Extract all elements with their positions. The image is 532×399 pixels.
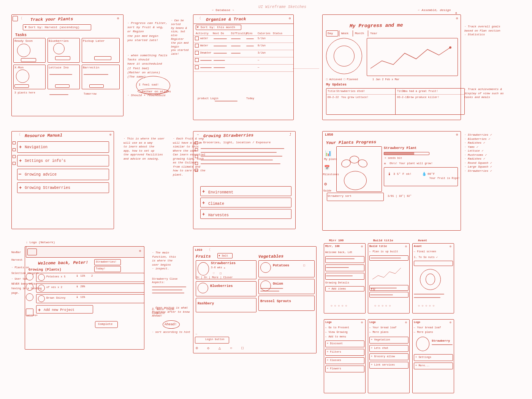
back-arrow-icon[interactable]: 〈	[19, 17, 22, 21]
resource-back[interactable]: 〈	[17, 133, 21, 138]
date-sort: 3/01 | 10°| 02°	[388, 195, 412, 198]
svg-point-0	[449, 46, 451, 49]
check-2[interactable]	[195, 44, 199, 48]
mobile-1-welcome: Welcome back, Ldt	[325, 251, 352, 254]
strawberry-sort-label: Strawberry sort	[328, 195, 352, 198]
grow-check-2[interactable]	[195, 148, 198, 151]
nav-label-harvest: Harvest	[11, 258, 22, 262]
update-date-2b: 03-2-11	[397, 96, 408, 99]
progress-bar-label: > seeds bit	[385, 157, 402, 160]
row4-activity	[200, 60, 212, 61]
mobile-1-item1[interactable]	[325, 256, 364, 263]
tab-sep2	[353, 30, 353, 36]
water-drop-icon: 💧	[422, 172, 426, 177]
check-5[interactable]	[195, 65, 199, 69]
mobile-1-item2[interactable]	[325, 264, 364, 271]
col-next-do: Next Do	[213, 32, 224, 35]
mobile-5-label3: + Grocery allow	[371, 355, 395, 358]
plant-name-1: Ready Soon	[14, 39, 33, 43]
fruits-nav-icon-3[interactable]: △	[218, 346, 221, 351]
table-header-line	[194, 24, 293, 24]
mobile-6-sub: ← More plans	[414, 331, 433, 334]
nav-label-plants: · Plants on	[11, 266, 29, 269]
gear-icon-plant: ⚙	[324, 182, 327, 188]
fruit-icon-heart[interactable]: ♡	[213, 272, 215, 276]
nav-expand-icon[interactable]: +	[19, 145, 22, 150]
settings-expand-icon[interactable]: +	[19, 158, 22, 164]
growing-back[interactable]: −	[197, 133, 199, 138]
mobile-2-settings[interactable]: ⊙	[405, 245, 407, 249]
check-4[interactable]	[195, 58, 199, 62]
tline2	[194, 43, 293, 43]
nav-label-nav: NavBar	[11, 251, 21, 254]
doc-title: UI Wireframe Sketches	[258, 5, 306, 10]
resource-settings[interactable]: ⊙	[109, 133, 111, 138]
plant-status-settings[interactable]: ⊙	[456, 133, 458, 138]
blueberry-name: Blueberries	[210, 284, 233, 289]
potato-fav[interactable]: □	[303, 264, 305, 268]
organise-settings[interactable]: ⊙	[289, 17, 291, 21]
fruits-nav-icon-2[interactable]: ◇	[207, 346, 209, 351]
row5-activity	[200, 67, 212, 68]
sun-icon: ☀	[384, 162, 386, 166]
growing-share[interactable]: ⤴	[290, 133, 291, 138]
tab-year-label: Year	[370, 32, 377, 35]
update-text-1b: You had a great fruit!	[403, 90, 438, 93]
organise-back[interactable]: 〈	[198, 17, 201, 21]
mobile-4-settings[interactable]: ⊙	[361, 321, 363, 325]
grow-text-4	[201, 160, 273, 160]
mobile-6-settings[interactable]: ⊙	[450, 321, 451, 325]
sidebar-check-3[interactable]	[13, 155, 16, 158]
mobile-3-settings[interactable]: ⊙	[450, 245, 451, 249]
mobile-6-logo: Logo	[414, 321, 420, 324]
environment-label: Environment	[208, 190, 233, 195]
mobile-1-item3[interactable]	[325, 273, 364, 280]
mobile-5-settings[interactable]: ⊙	[405, 321, 407, 325]
fruits-nav-icon-5[interactable]: □	[241, 346, 244, 351]
growing-label: Growing advice	[25, 172, 57, 177]
sidebar-check-4[interactable]	[13, 162, 16, 165]
grow-check-3[interactable]	[195, 155, 198, 158]
mobile-1-settings[interactable]: ⊙	[361, 245, 363, 249]
water-label: 60°F	[428, 172, 435, 176]
settings-icon[interactable]: ⊙	[117, 17, 119, 21]
grow-check-4[interactable]	[195, 162, 198, 165]
growing-collapse-icon[interactable]: −	[18, 171, 21, 177]
organise-sort-label: ▼ Sort by: this month	[197, 25, 235, 29]
grow-check-1[interactable]	[195, 141, 198, 144]
mobile-2-nav: ○ ○ ○ ○ ○	[374, 304, 391, 308]
strawberry-fruit-name: Strawberries	[211, 261, 236, 266]
fruits-nav-icon-1[interactable]: ⊙	[196, 346, 198, 351]
tab-sep1	[339, 30, 339, 36]
strawberries-expand-icon[interactable]: +	[19, 185, 22, 191]
row3-status: 3/Jun	[258, 51, 266, 55]
row5-status: —	[258, 66, 259, 69]
env-expand[interactable]: +	[202, 189, 205, 195]
sidebar-check-2[interactable]	[13, 148, 16, 151]
harvestes-expand[interactable]: +	[202, 212, 205, 217]
settings-label: Settings or info's	[25, 158, 66, 163]
climate-expand[interactable]: +	[202, 201, 205, 206]
progress-settings[interactable]: ⊙	[456, 17, 458, 21]
mobile-3-berry	[426, 274, 435, 285]
grow-check-5[interactable]	[195, 169, 198, 172]
fruit-icon-share[interactable]: □	[220, 272, 222, 276]
mobile-3-header: Avant	[414, 245, 422, 248]
check-1[interactable]	[195, 36, 199, 40]
bottom-label: Tomorrow	[84, 92, 97, 96]
row1-val2	[231, 38, 241, 39]
row1-activity: water	[200, 37, 208, 40]
dash-settings-icon[interactable]: ⊙	[139, 249, 141, 254]
check-3[interactable]	[195, 51, 199, 55]
sidebar-check-1[interactable]	[13, 141, 16, 144]
fruits-nav-icon-4[interactable]: ○	[230, 346, 232, 351]
fruits-back[interactable]: 〈	[207, 248, 211, 253]
strawberry-badge-text: Strawberries!	[96, 260, 117, 264]
nav-sidebar-icon-3	[26, 293, 33, 301]
plant-date-6	[89, 84, 104, 88]
plant-name-2: Blueberries	[49, 39, 69, 43]
mobile-3-box1[interactable]	[414, 261, 453, 266]
row2-activity: Water	[200, 44, 208, 48]
hint-homepage: · sort according to hint	[152, 331, 190, 334]
add-project-icon: +	[38, 308, 41, 313]
